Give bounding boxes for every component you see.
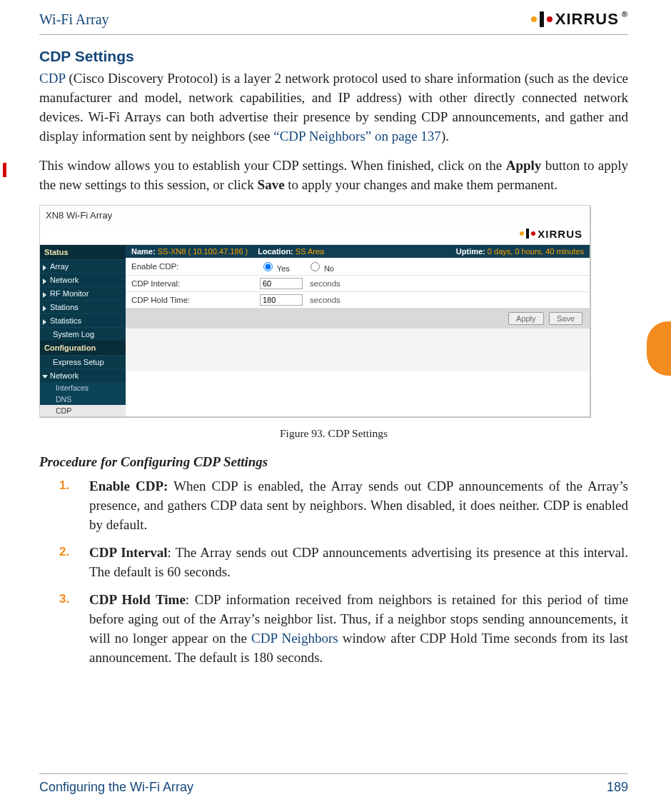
- brand-logo: XIRRUS ®: [531, 10, 628, 29]
- save-button[interactable]: Save: [549, 312, 582, 325]
- sidebar-subitem-interfaces[interactable]: Interfaces: [40, 382, 126, 394]
- text: This window allows you to establish your…: [39, 158, 506, 173]
- status-uptime-value: 0 days, 0 hours, 40 minutes: [488, 247, 584, 256]
- step-text: : The Array sends out CDP announcements …: [89, 545, 628, 579]
- logo-dot-icon: [547, 16, 553, 22]
- text: to apply your changes and make them perm…: [285, 177, 558, 192]
- logo-dot-icon: [531, 16, 537, 22]
- screenshot-window: XN8 Wi-Fi Array XIRRUS Status Array Netw…: [39, 205, 590, 417]
- nav-sidebar: Status Array Network RF Monitor Stations…: [40, 245, 126, 416]
- status-location-label: Location:: [258, 247, 293, 256]
- figure-caption: Figure 93. CDP Settings: [39, 427, 628, 440]
- sidebar-item-rf-monitor[interactable]: RF Monitor: [40, 286, 126, 300]
- logo-text: XIRRUS: [538, 228, 582, 240]
- procedure-heading: Procedure for Configuring CDP Settings: [39, 454, 628, 470]
- running-header: Wi-Fi Array: [39, 11, 109, 28]
- logo-dot-icon: [520, 231, 524, 236]
- page-number: 189: [607, 780, 628, 795]
- sidebar-heading-status: Status: [40, 245, 126, 259]
- step-term: CDP Interval: [89, 545, 168, 560]
- radio-label: No: [324, 264, 334, 273]
- cdp-hold-time-label: CDP Hold Time:: [131, 296, 260, 304]
- step-text: When CDP is enabled, the Array sends out…: [89, 478, 628, 532]
- logo-dot-icon: [531, 231, 535, 236]
- procedure-step-1: Enable CDP: When CDP is enabled, the Arr…: [82, 477, 628, 535]
- enable-cdp-yes-radio[interactable]: Yes: [260, 260, 290, 273]
- procedure-step-3: CDP Hold Time: CDP information received …: [82, 591, 628, 668]
- procedure-list: Enable CDP: When CDP is enabled, the Arr…: [61, 477, 628, 668]
- button-row: Apply Save: [126, 309, 590, 329]
- sidebar-item-system-log[interactable]: System Log: [40, 327, 126, 341]
- status-name-label: Name:: [131, 247, 156, 256]
- radio-input[interactable]: [263, 262, 273, 271]
- cdp-neighbors-link[interactable]: CDP Neighbors: [251, 631, 338, 646]
- enable-cdp-label: Enable CDP:: [131, 262, 260, 271]
- footer-rule: [39, 773, 628, 774]
- sidebar-item-stations[interactable]: Stations: [40, 300, 126, 314]
- page-footer: Configuring the Wi-Fi Array 189: [39, 773, 628, 795]
- sidebar-heading-configuration: Configuration: [40, 341, 126, 355]
- cdp-interval-label: CDP Interval:: [131, 279, 260, 288]
- cdp-interval-input[interactable]: [260, 278, 303, 289]
- radio-input[interactable]: [311, 262, 320, 271]
- logo-bar-icon: [540, 11, 544, 27]
- window-title: XN8 Wi-Fi Array: [40, 206, 590, 225]
- procedure-step-2: CDP Interval: The Array sends out CDP an…: [82, 543, 628, 582]
- status-uptime-label: Uptime:: [456, 247, 485, 256]
- logo-bar-icon: [526, 229, 529, 239]
- save-term: Save: [258, 177, 285, 192]
- logo-text: XIRRUS: [555, 10, 619, 29]
- content-panel: Name: SS-XN8 ( 10.100.47.186 ) Location:…: [126, 245, 590, 416]
- section-tab: [647, 321, 671, 376]
- seconds-unit: seconds: [310, 296, 340, 304]
- apply-button[interactable]: Apply: [508, 312, 544, 325]
- sidebar-item-network-config[interactable]: Network: [40, 369, 126, 382]
- cdp-hold-time-input[interactable]: [260, 294, 303, 306]
- intro-paragraph-1: CDP (Cisco Discovery Protocol) is a laye…: [39, 69, 628, 146]
- cdp-glossary-link[interactable]: CDP: [39, 71, 65, 86]
- screenshot-logo: XIRRUS: [520, 228, 582, 240]
- sidebar-item-array[interactable]: Array: [40, 259, 126, 273]
- status-name-value: SS-XN8 ( 10.100.47.186 ): [158, 247, 248, 256]
- intro-paragraph-2: This window allows you to establish your…: [39, 156, 628, 195]
- figure-cdp-settings: XN8 Wi-Fi Array XIRRUS Status Array Netw…: [39, 205, 628, 440]
- change-bar: [3, 163, 6, 177]
- sidebar-subitem-cdp[interactable]: CDP: [40, 405, 126, 416]
- seconds-unit: seconds: [310, 279, 340, 288]
- step-term: Enable CDP:: [89, 478, 168, 493]
- apply-term: Apply: [506, 158, 542, 173]
- sidebar-item-statistics[interactable]: Statistics: [40, 314, 126, 327]
- content-empty-area: [126, 329, 590, 371]
- registered-icon: ®: [622, 10, 628, 19]
- status-bar: Name: SS-XN8 ( 10.100.47.186 ) Location:…: [126, 245, 590, 258]
- sidebar-item-network[interactable]: Network: [40, 273, 126, 286]
- enable-cdp-no-radio[interactable]: No: [307, 260, 334, 273]
- section-heading: CDP Settings: [39, 48, 628, 65]
- radio-label: Yes: [277, 264, 290, 273]
- status-location-value: SS Area: [296, 247, 324, 256]
- sidebar-subitem-dns[interactable]: DNS: [40, 394, 126, 405]
- step-term: CDP Hold Time: [89, 592, 186, 607]
- header-rule: [39, 34, 628, 35]
- sidebar-item-express-setup[interactable]: Express Setup: [40, 355, 126, 369]
- footer-chapter-title: Configuring the Wi-Fi Array: [39, 780, 193, 795]
- cdp-neighbors-xref-link[interactable]: “CDP Neighbors” on page 137: [273, 129, 441, 144]
- text: ).: [441, 129, 449, 144]
